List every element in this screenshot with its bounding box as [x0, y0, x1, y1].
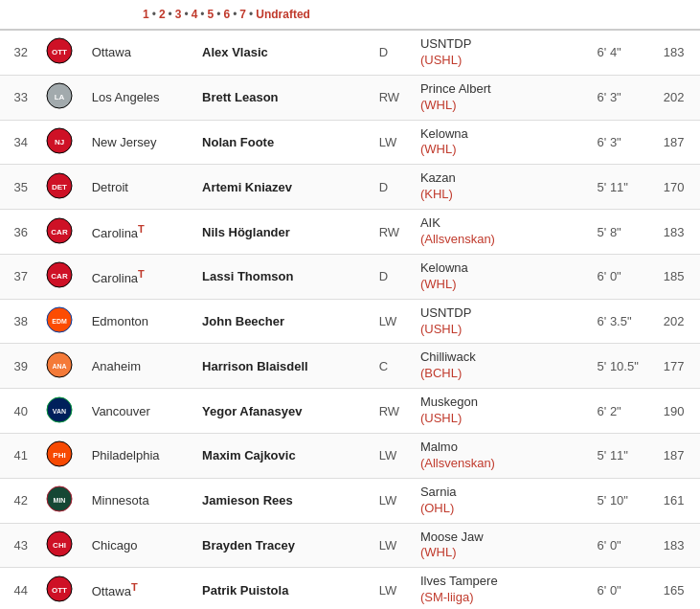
position: LW	[372, 568, 413, 609]
league-link[interactable]: (Allsvenskan)	[420, 456, 495, 470]
skip-undrafted[interactable]: Undrafted	[256, 8, 310, 21]
svg-text:CAR: CAR	[52, 228, 69, 237]
player-name[interactable]: Nils Höglander	[194, 210, 372, 255]
height: 6' 0"	[590, 254, 656, 299]
skip-round-7[interactable]: 7	[239, 8, 246, 21]
height: 6' 4"	[590, 31, 656, 75]
height: 6' 0"	[590, 568, 656, 609]
skip-round-1[interactable]: 1	[143, 8, 149, 21]
league-info: USNTDP(USHL)	[413, 299, 590, 344]
league-info: Sarnia(OHL)	[413, 478, 590, 523]
player-name[interactable]: Artemi Kniazev	[194, 165, 372, 210]
table-row: 44 OTT OttawaT Patrik Puistola LW Ilves …	[0, 568, 700, 609]
pick-number: 41	[0, 434, 35, 479]
league-link[interactable]: (SM-liiga)	[420, 590, 474, 604]
player-name[interactable]: John Beecher	[194, 299, 372, 344]
league-info: Prince Albert(WHL)	[413, 75, 590, 120]
league-info: Chilliwack(BCHL)	[413, 344, 590, 389]
position: RW	[372, 210, 413, 255]
position: D	[372, 165, 413, 210]
league-link[interactable]: (USHL)	[420, 53, 462, 67]
weight: 185	[656, 254, 700, 299]
svg-text:EDM: EDM	[53, 318, 68, 325]
league-info: Kazan(KHL)	[413, 165, 590, 210]
player-name[interactable]: Alex Vlasic	[194, 31, 372, 75]
weight: 161	[656, 478, 700, 523]
table-row: 34 NJ New Jersey Nolan Foote LW Kelowna(…	[0, 120, 700, 165]
header: 1 • 2 • 3 • 4 • 5 • 6 • 7 • Undrafted	[0, 0, 700, 31]
weight: 202	[656, 299, 700, 344]
player-name[interactable]: Harrison Blaisdell	[194, 344, 372, 389]
team-name: Chicago	[84, 523, 194, 568]
svg-text:CAR: CAR	[52, 272, 69, 281]
pick-number: 43	[0, 523, 35, 568]
league-link[interactable]: (WHL)	[420, 545, 457, 559]
team-name: Philadelphia	[84, 434, 194, 479]
league-link[interactable]: (KHL)	[420, 187, 453, 201]
player-name[interactable]: Brett Leason	[194, 75, 372, 120]
league-link[interactable]: (USHL)	[420, 322, 462, 336]
player-name[interactable]: Jamieson Rees	[194, 478, 372, 523]
league-info: Ilves Tampere(SM-liiga)	[413, 568, 590, 609]
player-name[interactable]: Patrik Puistola	[194, 568, 372, 609]
skip-round-2[interactable]: 2	[159, 8, 166, 21]
team-logo: NJ	[35, 120, 84, 165]
pick-number: 32	[0, 31, 35, 75]
height: 5' 11"	[590, 165, 656, 210]
team-logo: EDM	[35, 299, 84, 344]
player-name[interactable]: Yegor Afanasyev	[194, 389, 372, 434]
svg-text:OTT: OTT	[52, 586, 67, 595]
skip-round-5[interactable]: 5	[208, 8, 215, 21]
position: LW	[372, 299, 413, 344]
player-name[interactable]: Maxim Cajkovic	[194, 434, 372, 479]
pick-number: 33	[0, 75, 35, 120]
pick-number: 39	[0, 344, 35, 389]
team-name: Los Angeles	[84, 75, 194, 120]
league-info: Malmo(Allsvenskan)	[413, 434, 590, 479]
team-name: Edmonton	[84, 299, 194, 344]
position: LW	[372, 434, 413, 479]
player-name[interactable]: Brayden Tracey	[194, 523, 372, 568]
league-link[interactable]: (Allsvenskan)	[420, 232, 495, 246]
table-row: 37 CAR CarolinaT Lassi Thomson D Kelowna…	[0, 254, 700, 299]
weight: 170	[656, 165, 700, 210]
height: 6' 0"	[590, 523, 656, 568]
team-name: OttawaT	[84, 568, 194, 609]
league-link[interactable]: (WHL)	[420, 98, 457, 112]
league-info: Kelowna(WHL)	[413, 254, 590, 299]
table-row: 38 EDM Edmonton John Beecher LW USNTDP(U…	[0, 299, 700, 344]
league-link[interactable]: (BCHL)	[420, 366, 462, 380]
svg-text:VAN: VAN	[53, 408, 66, 415]
team-logo: CAR	[35, 210, 84, 255]
team-logo: LA	[35, 75, 84, 120]
team-name: New Jersey	[84, 120, 194, 165]
weight: 183	[656, 31, 700, 75]
table-row: 40 VAN Vancouver Yegor Afanasyev RW Musk…	[0, 389, 700, 434]
team-logo: DET	[35, 165, 84, 210]
weight: 187	[656, 434, 700, 479]
skip-round-4[interactable]: 4	[192, 8, 198, 21]
team-name: Anaheim	[84, 344, 194, 389]
league-link[interactable]: (USHL)	[420, 411, 462, 425]
league-link[interactable]: (OHL)	[420, 501, 454, 515]
team-name: Ottawa	[84, 31, 194, 75]
team-name: CarolinaT	[84, 210, 194, 255]
skip-nav: 1 • 2 • 3 • 4 • 5 • 6 • 7 • Undrafted	[140, 8, 310, 21]
pick-number: 38	[0, 299, 35, 344]
player-name[interactable]: Nolan Foote	[194, 120, 372, 165]
weight: 190	[656, 389, 700, 434]
skip-round-3[interactable]: 3	[175, 8, 182, 21]
svg-text:MIN: MIN	[54, 497, 66, 504]
table-row: 32 OTT Ottawa Alex Vlasic D USNTDP(USHL)…	[0, 31, 700, 75]
height: 6' 3.5"	[590, 299, 656, 344]
skip-round-6[interactable]: 6	[223, 8, 230, 21]
height: 5' 11"	[590, 434, 656, 479]
svg-text:CHI: CHI	[53, 541, 66, 550]
height: 5' 8"	[590, 210, 656, 255]
table-row: 35 DET Detroit Artemi Kniazev D Kazan(KH…	[0, 165, 700, 210]
position: LW	[372, 523, 413, 568]
league-link[interactable]: (WHL)	[420, 142, 457, 156]
player-name[interactable]: Lassi Thomson	[194, 254, 372, 299]
svg-text:LA: LA	[55, 93, 65, 102]
league-link[interactable]: (WHL)	[420, 277, 457, 291]
